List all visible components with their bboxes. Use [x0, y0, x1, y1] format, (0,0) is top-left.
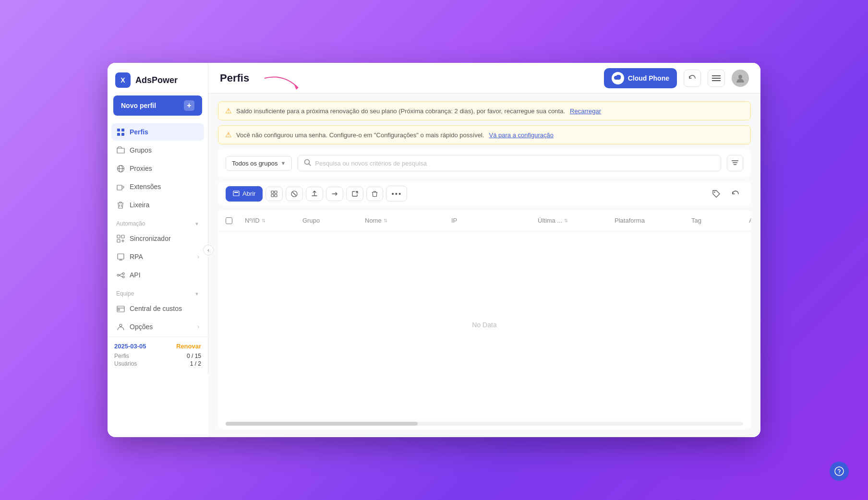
upload-button[interactable]: [306, 187, 323, 201]
svg-line-22: [119, 275, 122, 277]
select-all-checkbox[interactable]: [226, 217, 232, 224]
th-acao: Ação: [749, 217, 751, 224]
search-toolbar: Todos os grupos ▼: [218, 149, 751, 177]
sidebar-item-opcoes[interactable]: Opções ›: [111, 318, 204, 335]
export-button[interactable]: [346, 187, 363, 201]
group-selector-chevron: ▼: [280, 160, 286, 166]
alert-password-banner: ⚠ Você não configurou uma senha. Configu…: [218, 125, 751, 144]
sidebar-item-api-label: API: [130, 271, 141, 279]
footer-date-row: 2025-03-05 Renovar: [114, 343, 201, 350]
alert-password-icon: ⚠: [225, 131, 231, 139]
transfer-button[interactable]: [326, 187, 343, 201]
rpa-icon: [116, 252, 125, 261]
lixeira-icon: [116, 201, 125, 209]
svg-line-33: [309, 164, 311, 166]
group-selector-label: Todos os grupos: [232, 160, 277, 167]
opcoes-arrow-icon: ›: [197, 323, 199, 330]
sidebar-item-api[interactable]: API: [111, 266, 204, 284]
renovar-button[interactable]: Renovar: [176, 343, 201, 350]
svg-point-18: [117, 274, 119, 276]
svg-point-19: [122, 273, 124, 274]
toolbar-right-icons: [709, 186, 743, 202]
th-tag-label: Tag: [691, 217, 701, 224]
sidebar: X AdsPower Novo perfil +: [108, 63, 208, 437]
team-section-label: Equipe ▼: [111, 285, 204, 300]
main-content: Perfis Cloud Phone: [208, 63, 760, 437]
more-button[interactable]: •••: [386, 186, 407, 202]
cloud-phone-button[interactable]: Cloud Phone: [604, 68, 677, 88]
sidebar-item-central-de-custos[interactable]: Central de custos: [111, 300, 204, 317]
empty-data-text: No Data: [472, 321, 496, 329]
th-ultima-label: Última ...: [538, 217, 562, 224]
sidebar-item-perfis[interactable]: Perfis: [111, 123, 204, 141]
sidebar-item-central-label: Central de custos: [130, 305, 182, 312]
footer-perfis-row: Perfis 0 / 15: [114, 353, 201, 359]
refresh-table-button[interactable]: [728, 186, 743, 202]
svg-rect-42: [275, 194, 277, 197]
svg-point-45: [714, 191, 715, 192]
search-container: [298, 155, 721, 171]
th-grupo[interactable]: Grupo: [302, 217, 365, 224]
svg-rect-25: [118, 309, 120, 310]
opcoes-icon: [116, 322, 125, 331]
new-profile-button[interactable]: Novo perfil +: [113, 95, 202, 116]
sidebar-item-sincronizador[interactable]: Sincronizador: [111, 230, 204, 247]
sidebar-item-perfis-label: Perfis: [130, 128, 148, 136]
sidebar-item-extensoes[interactable]: Extensões: [111, 178, 204, 195]
plus-icon: +: [184, 100, 194, 111]
top-bar-right: Cloud Phone: [604, 68, 749, 88]
footer-perfis-value: 0 / 15: [187, 353, 201, 359]
alert-balance-link[interactable]: Recarregar: [570, 107, 601, 115]
svg-rect-1: [121, 129, 124, 131]
svg-rect-3: [121, 133, 124, 136]
th-ultima[interactable]: Última ... ⇅: [538, 217, 615, 224]
delete-button[interactable]: [366, 187, 383, 201]
sidebar-item-proxies[interactable]: Proxies: [111, 160, 204, 177]
abrir-button[interactable]: Abrir: [226, 186, 263, 202]
sincronizador-icon: [116, 234, 125, 243]
top-bar-left: Perfis: [220, 72, 255, 84]
sidebar-item-rpa[interactable]: RPA ›: [111, 248, 204, 265]
sidebar-item-opcoes-label: Opções: [130, 323, 153, 331]
search-input[interactable]: [315, 160, 715, 167]
extensoes-icon: [116, 182, 125, 191]
filter-button[interactable]: [727, 155, 743, 171]
logo-icon: X: [115, 72, 131, 88]
sidebar-collapse-button[interactable]: ‹: [203, 245, 214, 255]
th-grupo-label: Grupo: [302, 217, 320, 224]
th-noid[interactable]: Nº/ID ⇅: [245, 217, 302, 224]
sidebar-item-lixeira[interactable]: Lixeira: [111, 196, 204, 214]
top-bar: Perfis Cloud Phone: [208, 63, 760, 94]
data-table: Nº/ID ⇅ Grupo Nome ⇅ IP Última ...: [218, 210, 751, 429]
action-toolbar: Abrir: [218, 182, 751, 205]
action-buttons-group: Abrir: [226, 186, 407, 202]
alert-password-link[interactable]: Vá para a configuração: [489, 131, 554, 139]
th-tag: Tag: [691, 217, 749, 224]
svg-point-20: [122, 276, 124, 278]
th-acao-label: Ação: [749, 217, 751, 224]
menu-button[interactable]: [708, 70, 725, 87]
logo-text: AdsPower: [135, 75, 178, 85]
cloud-phone-icon: [612, 72, 624, 84]
alert-balance-icon: ⚠: [225, 107, 231, 115]
cloud-phone-label: Cloud Phone: [628, 74, 669, 82]
th-checkbox: [226, 217, 245, 224]
avatar-button[interactable]: [732, 70, 749, 87]
footer-usuarios-value: 1 / 2: [190, 360, 201, 367]
sidebar-item-grupos[interactable]: Grupos: [111, 142, 204, 159]
stop-button[interactable]: [286, 187, 303, 201]
sidebar-item-extensoes-label: Extensões: [130, 183, 161, 190]
group-selector[interactable]: Todos os grupos ▼: [226, 156, 292, 171]
page-title: Perfis: [220, 72, 249, 84]
content-area: ⚠ Saldo insuficiente para a próxima reno…: [208, 94, 760, 437]
grid-view-button[interactable]: [265, 187, 283, 201]
th-nome[interactable]: Nome ⇅: [365, 217, 451, 224]
tag-icon-button[interactable]: [709, 186, 724, 202]
horizontal-scrollbar[interactable]: [226, 422, 743, 426]
svg-rect-2: [117, 133, 120, 136]
th-noid-label: Nº/ID: [245, 217, 260, 224]
refresh-button[interactable]: [684, 70, 701, 87]
footer-usuarios-row: Usuários 1 / 2: [114, 360, 201, 367]
svg-rect-12: [117, 239, 120, 242]
abrir-label: Abrir: [242, 190, 255, 197]
